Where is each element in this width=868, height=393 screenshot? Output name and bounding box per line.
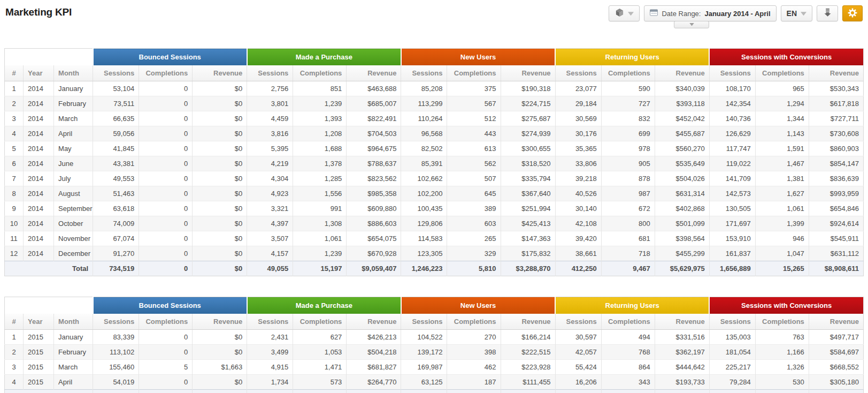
cell: May [54,141,93,156]
cell: 1,294 [755,96,809,111]
cell: 42,057 [555,345,601,360]
cell: 763 [755,330,809,345]
date-range-overflow[interactable]: 2015 [674,21,709,31]
cell: $0 [193,126,247,141]
cell: $300,655 [501,141,555,156]
cell: 117,747 [709,141,755,156]
column-header-row: #YearMonthSessionsCompletionsRevenueSess… [5,65,864,81]
cell: 0 [139,375,193,390]
table-row: 42015April54,0190$01,734573$264,77063,12… [5,375,864,390]
cell: 130,505 [709,201,755,216]
total-cell: 734,519 [93,261,139,276]
cell: December [54,246,93,261]
cell: $305,180 [809,375,863,390]
total-cell: 620,558 [709,390,755,393]
cell: 10 [5,216,24,231]
cell: 2014 [24,216,54,231]
cell: 29,184 [555,96,601,111]
cell: 41,845 [93,141,139,156]
cell: $0 [193,345,247,360]
cell: 126,629 [709,126,755,141]
date-range-button[interactable]: Date Range: January 2014 - April [644,5,776,21]
cell: 4,915 [247,360,293,375]
cell: $730,608 [809,126,863,141]
cell: $0 [193,246,247,261]
cell: 96,568 [401,126,447,141]
chevron-down-icon [674,21,709,28]
total-row: Total734,5190$049,05515,197$9,059,4071,2… [5,261,864,276]
group-header-bounced-sessions: Bounced Sessions [93,297,247,314]
cell: 39,420 [555,231,601,246]
group-header-returning-users: Returning Users [555,49,709,66]
table-row: 32015March155,4605$1,6634,9151,471$681,8… [5,360,864,375]
cell: 30,597 [555,330,601,345]
cell: $425,413 [501,216,555,231]
cell: 1,208 [293,126,347,141]
cell: $654,846 [809,201,863,216]
total-cell: 5,810 [447,261,501,276]
cell: 573 [293,375,347,390]
cell: $685,007 [347,96,401,111]
settings-button[interactable] [842,5,863,21]
total-row: Total405,9205$1,66312,5793,724$1,877,028… [5,390,864,393]
cell: 270 [447,330,501,345]
cell: $668,552 [809,360,863,375]
cell: 30,176 [555,126,601,141]
table-row: 22015February113,1020$03,4991,053$504,21… [5,345,864,360]
table-row: 32014March66,6350$04,4591,393$822,491110… [5,111,864,126]
cell: 66,635 [93,111,139,126]
cell: 113,102 [93,345,139,360]
cell: 627 [293,330,347,345]
cell: $497,717 [809,330,863,345]
cell: 142,573 [709,186,755,201]
cell: 225,217 [709,360,755,375]
column-header: Revenue [501,65,555,81]
cell: 59,056 [93,126,139,141]
cell: $788,637 [347,156,401,171]
cell: $0 [193,231,247,246]
cell: 462 [447,360,501,375]
language-dropdown-button[interactable]: EN [781,5,812,21]
cell: 2014 [24,126,54,141]
cell: 140,736 [709,111,755,126]
widgets-dropdown-button[interactable] [609,5,640,21]
cell: $886,603 [347,216,401,231]
cell: 3,816 [247,126,293,141]
blank-header-cell [5,297,93,314]
cell: 1 [5,81,24,96]
cell: $0 [193,186,247,201]
cell: $274,939 [501,126,555,141]
total-cell: 412,250 [555,261,601,276]
total-cell: 5 [139,390,193,393]
total-cell: 1,246,223 [401,261,447,276]
cell: $584,697 [809,345,863,360]
cell: 1,308 [293,216,347,231]
cell: 181,054 [709,345,755,360]
cell: 718 [601,246,655,261]
cell: 832 [601,111,655,126]
column-header: Completions [293,65,347,81]
cell: $147,363 [501,231,555,246]
cell: $0 [193,81,247,96]
cell: 613 [447,141,501,156]
cell: 800 [601,216,655,231]
total-cell: 1,317 [447,390,501,393]
table-row: 12014January53,1040$02,756851$463,68885,… [5,81,864,96]
cell: $0 [193,96,247,111]
cell: 63,618 [93,201,139,216]
cell: $0 [193,375,247,390]
cell: 5 [139,360,193,375]
group-header-returning-users: Returning Users [555,297,709,314]
cell: 3,499 [247,345,293,360]
cell: 4,304 [247,171,293,186]
cell: 0 [139,126,193,141]
cell: 1,047 [755,246,809,261]
chevron-down-icon [628,10,634,18]
cell: 603 [447,216,501,231]
column-header: Sessions [93,65,139,81]
group-header-made-a-purchase: Made a Purchase [247,297,401,314]
cell: $444,642 [655,360,709,375]
column-header: # [5,65,24,81]
cell: 2014 [24,246,54,261]
download-button[interactable] [817,5,838,21]
